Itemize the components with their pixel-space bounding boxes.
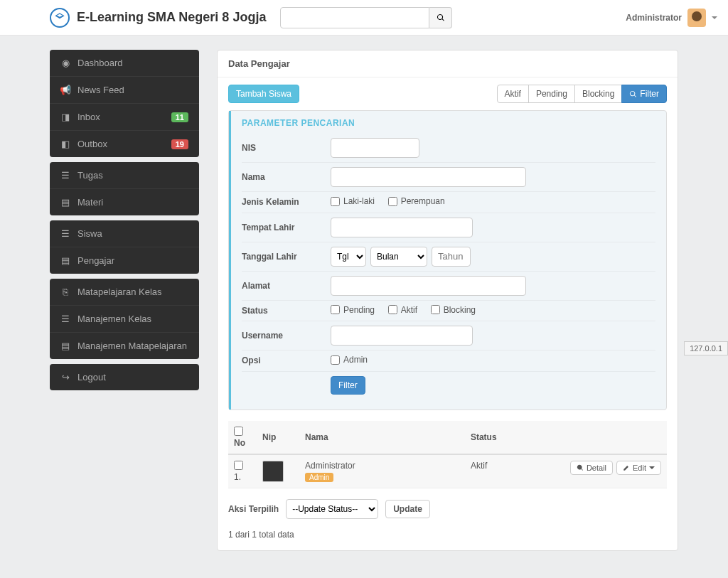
admin-tag: Admin <box>305 473 333 482</box>
inbox-icon: ◨ <box>60 112 70 122</box>
nis-input[interactable] <box>331 138 419 158</box>
select-all-checkbox[interactable] <box>234 427 243 436</box>
sidebar-item-outbox[interactable]: ◧Outbox19 <box>50 131 199 157</box>
detail-button[interactable]: Detail <box>570 461 613 475</box>
add-siswa-button[interactable]: Tambah Siswa <box>228 85 299 103</box>
filter-heading: PARAMETER PENCARIAN <box>242 118 655 128</box>
brand-title: E-Learning SMA Negeri 8 Jogja <box>77 10 266 25</box>
bulk-status-select[interactable]: --Update Status-- <box>286 499 378 519</box>
pagination-info: 1 dari 1 total data <box>218 530 678 550</box>
nama-input[interactable] <box>331 167 526 187</box>
tab-filter[interactable]: Filter <box>621 85 667 103</box>
search-input[interactable] <box>280 7 429 28</box>
chevron-down-icon <box>712 16 717 19</box>
tahun-input[interactable] <box>432 247 471 267</box>
sidebar-item-pengajar[interactable]: ▤Pengajar <box>50 247 199 274</box>
bulan-select[interactable]: Bulan <box>370 247 427 267</box>
status-tabs: Aktif Pending Blocking Filter <box>497 85 667 103</box>
row-nama: Administrator <box>305 461 459 471</box>
sidebar-item-siswa[interactable]: ☰Siswa <box>50 220 199 247</box>
row-checkbox[interactable] <box>234 461 243 470</box>
user-thumb <box>262 461 284 482</box>
sidebar-item-tugas[interactable]: ☰Tugas <box>50 162 199 189</box>
logout-icon: ↪ <box>60 373 70 382</box>
tab-aktif[interactable]: Aktif <box>497 85 529 103</box>
bullhorn-icon: 📢 <box>60 85 70 95</box>
brand-wrap: E-Learning SMA Negeri 8 Jogja <box>50 8 266 28</box>
search-button[interactable] <box>429 7 452 28</box>
list-icon: ☰ <box>60 314 70 324</box>
tgl-select[interactable]: Tgl <box>331 247 366 267</box>
table-row: 1. AdministratorAdmin Aktif Detail Edit <box>228 454 667 488</box>
dashboard-icon: ◉ <box>60 58 70 68</box>
filter-panel: PARAMETER PENCARIAN NIS Nama Jenis Kelam… <box>228 110 667 410</box>
outbox-badge: 19 <box>171 139 188 149</box>
book-icon: ▤ <box>60 198 70 208</box>
sidebar-item-manajemen-kelas[interactable]: ☰Manajemen Kelas <box>50 306 199 333</box>
search-icon <box>437 14 445 22</box>
book-icon: ▤ <box>60 256 70 266</box>
filter-submit-button[interactable]: Filter <box>331 376 365 395</box>
list-icon: ☰ <box>60 229 70 239</box>
topbar: E-Learning SMA Negeri 8 Jogja Administra… <box>0 0 728 36</box>
zoom-icon <box>577 464 584 471</box>
ip-overlay: 127.0.0.1 <box>684 341 728 355</box>
main-panel: Data Pengajar Tambah Siswa Aktif Pending… <box>217 50 678 551</box>
edit-button[interactable]: Edit <box>616 461 661 475</box>
edit-icon <box>623 464 630 471</box>
opsi-admin-chk[interactable]: Admin <box>331 355 368 365</box>
global-search <box>280 7 452 28</box>
copy-icon: ⎘ <box>60 287 70 297</box>
book-icon: ▤ <box>60 341 70 351</box>
sidebar-item-mapel-kelas[interactable]: ⎘Matapelajaran Kelas <box>50 279 199 306</box>
jk-perempuan[interactable]: Perempuan <box>388 196 445 206</box>
tab-blocking[interactable]: Blocking <box>574 85 622 103</box>
alamat-input[interactable] <box>331 276 526 296</box>
list-icon: ☰ <box>60 171 70 181</box>
logo-icon <box>50 8 70 28</box>
outbox-icon: ◧ <box>60 139 70 149</box>
page-title: Data Pengajar <box>218 50 678 77</box>
tempat-lahir-input[interactable] <box>331 218 473 237</box>
user-menu[interactable]: Administrator <box>626 9 717 27</box>
sidebar-item-materi[interactable]: ▤Materi <box>50 189 199 215</box>
avatar-icon <box>687 9 706 27</box>
jk-laki[interactable]: Laki-laki <box>331 196 375 206</box>
sidebar-item-dashboard[interactable]: ◉Dashboard <box>50 50 199 77</box>
sidebar-item-logout[interactable]: ↪Logout <box>50 364 199 390</box>
sidebar-item-manajemen-mapel[interactable]: ▤Manajemen Matapelajaran <box>50 333 199 359</box>
sidebar-item-inbox[interactable]: ◨Inbox11 <box>50 104 199 131</box>
chevron-down-icon <box>649 466 655 469</box>
data-table: No Nip Nama Status 1. AdministratorAdmin… <box>228 421 667 488</box>
user-name: Administrator <box>626 13 682 23</box>
bulk-update-button[interactable]: Update <box>385 500 430 518</box>
search-icon <box>629 90 637 98</box>
tab-pending[interactable]: Pending <box>528 85 575 103</box>
row-status: Aktif <box>465 454 564 488</box>
status-pending-chk[interactable]: Pending <box>331 305 375 315</box>
sidebar-item-newsfeed[interactable]: 📢News Feed <box>50 77 199 104</box>
status-aktif-chk[interactable]: Aktif <box>388 305 417 315</box>
sidebar: ◉Dashboard 📢News Feed ◨Inbox11 ◧Outbox19… <box>50 50 199 395</box>
username-input[interactable] <box>331 326 473 346</box>
status-blocking-chk[interactable]: Blocking <box>431 305 476 315</box>
bulk-label: Aksi Terpilih <box>228 504 279 514</box>
inbox-badge: 11 <box>171 112 188 122</box>
